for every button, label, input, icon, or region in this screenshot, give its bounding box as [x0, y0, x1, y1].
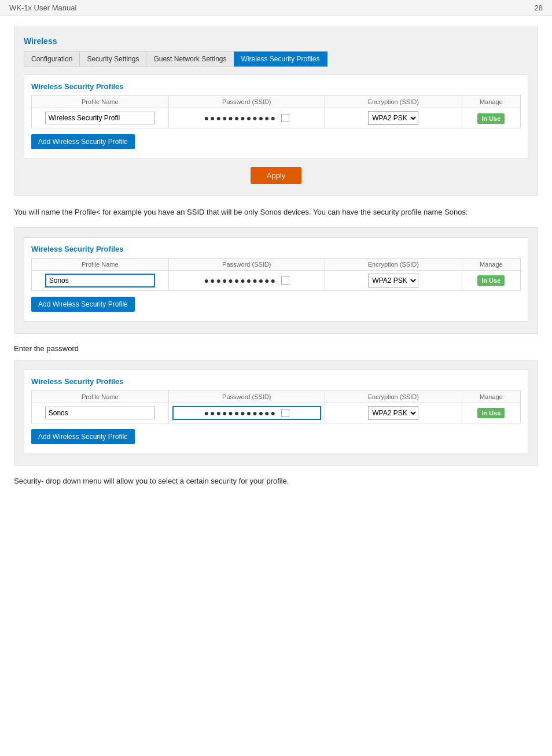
in-use-badge-3: In Use [477, 408, 505, 418]
password-dots-1: ●●●●●●●●●●●● [204, 113, 277, 123]
add-profile-button-3[interactable]: Add Wireless Security Profile [31, 429, 135, 444]
profile-name-input-1[interactable] [45, 112, 155, 124]
page-header: WK-1x User Manual 28 [0, 0, 552, 16]
password-cell-3: ●●●●●●●●●●●● [168, 403, 325, 423]
in-use-badge-1: In Use [477, 113, 505, 124]
th-encryption-1: Encryption (SSID) [325, 96, 462, 108]
th-password-3: Password (SSID) [168, 390, 325, 403]
encryption-cell-1: WPA2 PSK WPA PSK WEP None [325, 108, 462, 128]
password-dots-3: ●●●●●●●●●●●● [204, 408, 277, 418]
password-dots-2: ●●●●●●●●●●●● [204, 276, 277, 285]
show-password-checkbox-3[interactable] [281, 409, 289, 417]
section-title-1: Wireless Security Profiles [31, 82, 521, 91]
panel-1-title: Wireless [24, 36, 528, 46]
show-password-checkbox-1[interactable] [281, 114, 289, 122]
panel-1-inner: Wireless Security Profiles Profile Name … [24, 75, 528, 159]
footer-text: Security- drop down menu will allow you … [14, 477, 538, 485]
tab-security-settings[interactable]: Security Settings [79, 51, 146, 67]
manage-cell-2: In Use [462, 270, 520, 290]
panel-2-inner: Wireless Security Profiles Profile Name … [24, 237, 528, 322]
tab-bar: Configuration Security Settings Guest Ne… [24, 51, 528, 67]
add-profile-button-1[interactable]: Add Wireless Security Profile [31, 134, 135, 149]
panel-3: Wireless Security Profiles Profile Name … [14, 360, 538, 466]
th-profile-name-1: Profile Name [32, 96, 169, 108]
panel-3-inner: Wireless Security Profiles Profile Name … [24, 370, 528, 454]
manual-title: WK-1x User Manual [9, 3, 76, 12]
profile-table-1: Profile Name Password (SSID) Encryption … [31, 95, 521, 128]
tab-wireless-security-profiles[interactable]: Wireless Security Profiles [234, 51, 327, 67]
profile-name-input-3[interactable] [45, 407, 155, 419]
table-row: ●●●●●●●●●●●● WPA2 PSK WPA PSK WEP None [32, 108, 521, 128]
profile-table-2: Profile Name Password (SSID) Encryption … [31, 258, 521, 291]
show-password-checkbox-2[interactable] [281, 276, 289, 285]
enter-password-label: Enter the password [14, 344, 538, 353]
body-text: You will name the Profile< for example y… [14, 206, 538, 218]
in-use-badge-2: In Use [477, 275, 505, 286]
encryption-cell-3: WPA2 PSK WPA PSK WEP None [325, 403, 462, 423]
encryption-cell-2: WPA2 PSK WPA PSK WEP None [325, 270, 462, 290]
encryption-select-1[interactable]: WPA2 PSK WPA PSK WEP None [368, 111, 418, 125]
th-encryption-3: Encryption (SSID) [325, 390, 462, 403]
th-manage-3: Manage [462, 390, 520, 403]
profile-table-3: Profile Name Password (SSID) Encryption … [31, 390, 521, 423]
profile-name-cell-2 [32, 270, 169, 290]
section-title-2: Wireless Security Profiles [31, 245, 521, 253]
th-manage-2: Manage [462, 258, 520, 270]
table-row: ●●●●●●●●●●●● WPA2 PSK WPA PSK WEP None [32, 270, 521, 290]
profile-name-input-2[interactable] [45, 274, 155, 287]
th-encryption-2: Encryption (SSID) [325, 258, 462, 270]
manage-cell-3: In Use [462, 403, 520, 423]
profile-name-cell-1 [32, 108, 169, 128]
tab-configuration[interactable]: Configuration [24, 51, 79, 67]
panel-2: Wireless Security Profiles Profile Name … [14, 227, 538, 334]
section-title-3: Wireless Security Profiles [31, 377, 521, 386]
page-number: 28 [535, 3, 543, 12]
profile-name-cell-3 [32, 403, 169, 423]
panel-1: Wireless Configuration Security Settings… [14, 27, 538, 196]
th-manage-1: Manage [462, 96, 520, 108]
add-profile-button-2[interactable]: Add Wireless Security Profile [31, 297, 135, 312]
th-profile-name-2: Profile Name [32, 258, 169, 270]
encryption-select-3[interactable]: WPA2 PSK WPA PSK WEP None [368, 406, 418, 420]
th-profile-name-3: Profile Name [32, 390, 169, 403]
tab-guest-network[interactable]: Guest Network Settings [146, 51, 233, 67]
manage-cell-1: In Use [462, 108, 520, 128]
encryption-select-2[interactable]: WPA2 PSK WPA PSK WEP None [368, 274, 418, 287]
th-password-1: Password (SSID) [168, 96, 325, 108]
password-cell-1: ●●●●●●●●●●●● [168, 108, 325, 128]
table-row: ●●●●●●●●●●●● WPA2 PSK WPA PSK WEP None [32, 403, 521, 423]
apply-button[interactable]: Apply [251, 167, 302, 184]
page-content: Wireless Configuration Security Settings… [0, 16, 552, 503]
password-cell-2: ●●●●●●●●●●●● [168, 270, 325, 290]
th-password-2: Password (SSID) [168, 258, 325, 270]
